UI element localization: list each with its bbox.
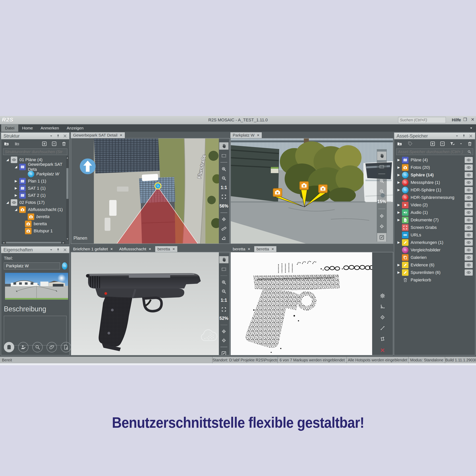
sphere-hotspot[interactable]: [155, 183, 161, 189]
tree-item[interactable]: ◢02 Fotos (17): [1, 199, 69, 206]
tab-close-icon[interactable]: ✕: [172, 247, 175, 251]
visibility-eye-icon[interactable]: [11, 199, 17, 206]
settings-gear-icon[interactable]: [379, 293, 386, 299]
visibility-toggle[interactable]: [465, 157, 473, 163]
titel-input[interactable]: [4, 263, 60, 270]
menu-item-home[interactable]: Home: [18, 124, 37, 132]
asset-item[interactable]: Screen Grabs: [394, 224, 475, 231]
asset-item[interactable]: ▶Sphäre (14): [394, 171, 475, 179]
expander-closed-icon[interactable]: ▶: [396, 188, 402, 192]
zoom-out-button[interactable]: [220, 288, 228, 294]
visibility-toggle[interactable]: [465, 217, 473, 223]
pointcloud-image[interactable]: [231, 252, 372, 355]
expander-closed-icon[interactable]: ▶: [396, 203, 402, 207]
tree-item[interactable]: ◢Gewerbepark SAT Deta: [1, 163, 69, 170]
fit-view-button[interactable]: [220, 194, 228, 200]
tree-item[interactable]: Blutspur 1: [1, 227, 69, 235]
search-icon[interactable]: [467, 150, 471, 154]
expander-closed-icon[interactable]: ▶: [396, 263, 402, 267]
tree-item[interactable]: beretta: [1, 213, 69, 220]
tab-close-icon[interactable]: ✕: [149, 247, 151, 251]
point-target-icon[interactable]: [379, 315, 386, 320]
folder-eye-icon[interactable]: [4, 141, 9, 146]
asset-item[interactable]: ▶Video (2): [394, 201, 475, 209]
asset-search-input[interactable]: [396, 150, 467, 154]
pin-icon[interactable]: [56, 248, 60, 252]
pan-tool-button[interactable]: [219, 142, 228, 150]
expander-open-icon[interactable]: ◢: [5, 158, 10, 162]
expander-open-icon[interactable]: ◢: [5, 200, 10, 204]
expander-closed-icon[interactable]: ▶: [396, 158, 402, 162]
plan-viewer-canvas[interactable]: Flurstraße Planen 1:1 56%: [71, 138, 230, 244]
panorama-thumbnail[interactable]: [5, 273, 68, 300]
visibility-toggle[interactable]: [465, 239, 473, 246]
tag-icon[interactable]: [408, 141, 413, 146]
camera-hotspot[interactable]: [319, 185, 327, 193]
document-add-icon[interactable]: [61, 342, 71, 352]
person-edit-icon[interactable]: [18, 342, 29, 352]
pan-tool-button[interactable]: [219, 256, 228, 263]
tab-beretta-2[interactable]: beretta✕: [254, 246, 277, 252]
pan-tool-button[interactable]: [377, 152, 386, 160]
parkplatz-photo[interactable]: PAF NN 9: [231, 138, 393, 243]
clipboard-icon[interactable]: [4, 342, 14, 352]
fit-view-button[interactable]: [220, 306, 228, 312]
trash-icon[interactable]: [467, 141, 472, 146]
collapse-all-icon[interactable]: [51, 141, 57, 146]
expander-open-icon[interactable]: ◢: [13, 207, 19, 212]
dropdown-caret-icon[interactable]: [455, 134, 459, 138]
expander-closed-icon[interactable]: ▶: [13, 193, 19, 197]
asset-item[interactable]: ▶Audio (1): [394, 209, 475, 216]
asset-item[interactable]: ▶Spurenlisten (6): [394, 269, 475, 276]
close-button[interactable]: ✕: [471, 117, 475, 122]
zoom-in-button[interactable]: [220, 279, 228, 285]
menu-item-anzeigen[interactable]: Anzeigen: [63, 124, 87, 132]
target-remove-button[interactable]: [220, 337, 228, 343]
trash-icon[interactable]: [61, 141, 67, 146]
expander-open-icon[interactable]: ◢: [13, 165, 19, 169]
tab-close-icon[interactable]: ✕: [120, 133, 122, 137]
asset-search-box[interactable]: [396, 149, 473, 155]
beschreibung-textarea[interactable]: [4, 316, 67, 345]
asset-item[interactable]: ▶Anmerkungen (1): [394, 239, 475, 246]
asset-item[interactable]: ▶Fotos (20): [394, 164, 475, 171]
delete-x-icon[interactable]: ✕: [379, 347, 386, 354]
visibility-toggle[interactable]: [465, 187, 473, 193]
ruler-button[interactable]: [220, 225, 228, 232]
camera-hotspot[interactable]: [300, 182, 308, 190]
restore-button[interactable]: ❐: [463, 117, 467, 122]
tree-item[interactable]: ▶SAT 1 (1): [1, 185, 69, 192]
asset-item[interactable]: ▶Dokumente (7): [394, 216, 475, 224]
visibility-toggle[interactable]: [465, 194, 473, 201]
tree-item[interactable]: beretta: [1, 220, 69, 227]
filter-icon[interactable]: [450, 141, 455, 146]
asset-item[interactable]: ▶Pläne (4): [394, 156, 475, 164]
tab-beretta[interactable]: beretta✕: [230, 246, 253, 252]
zoom-out-button[interactable]: [378, 188, 386, 195]
visibility-toggle[interactable]: [465, 262, 473, 268]
point-cloud-icon[interactable]: [199, 326, 220, 344]
one-to-one-button[interactable]: 1:1: [220, 184, 228, 191]
select-tool-button[interactable]: [378, 163, 386, 170]
beretta-photo[interactable]: [71, 252, 219, 355]
sphere-blue-icon[interactable]: [62, 262, 67, 270]
visibility-toggle[interactable]: [465, 164, 473, 170]
asset-item[interactable]: ▶Messsphäre (1): [394, 179, 475, 186]
tab-beretta[interactable]: beretta✕: [155, 246, 177, 252]
struktur-search-input[interactable]: [3, 150, 67, 154]
tree-item[interactable]: ▶SAT 2 (1): [1, 192, 69, 199]
visibility-toggle[interactable]: [465, 172, 473, 178]
expander-closed-icon[interactable]: ▶: [396, 218, 402, 222]
dropdown-caret-icon[interactable]: [49, 134, 53, 138]
horizontal-scrollbar[interactable]: ◄►: [2, 241, 65, 244]
tree-item[interactable]: ▶Plan 1 (1): [1, 177, 69, 185]
expander-closed-icon[interactable]: ▶: [396, 173, 402, 177]
target-add-button[interactable]: [220, 328, 228, 334]
visibility-toggle[interactable]: [465, 209, 473, 216]
asset-item[interactable]: Galerien: [394, 254, 475, 261]
asset-item[interactable]: HDR-Sphärenmessung: [394, 194, 475, 201]
tab-abflussschacht[interactable]: Abflussschacht✕: [117, 246, 154, 252]
visibility-toggle[interactable]: [465, 247, 473, 253]
menu-item-datei[interactable]: Datei: [1, 124, 18, 132]
zoom-out-button[interactable]: [220, 175, 228, 181]
